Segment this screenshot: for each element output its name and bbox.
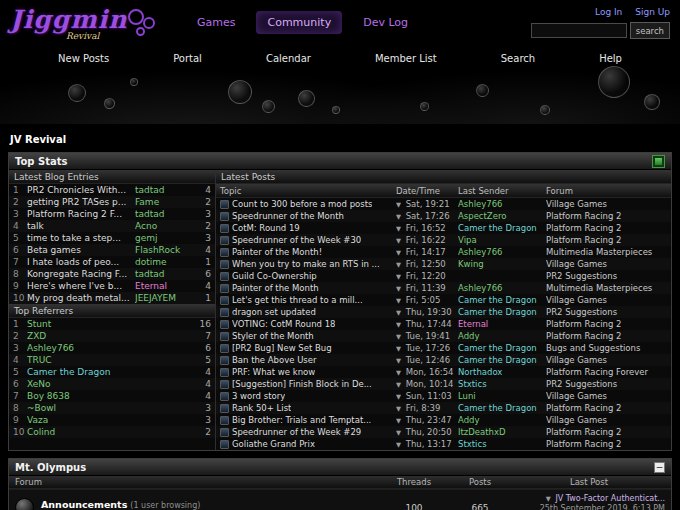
referrer-link[interactable]: Ashley766 [27,343,195,353]
last-post-arrow-icon[interactable]: ▼ [396,213,401,221]
last-post-arrow-icon[interactable]: ▼ [396,297,401,305]
nav-item-dev-log[interactable]: Dev Log [352,11,419,34]
referrer-link[interactable]: XeNo [27,379,195,389]
post-forum-link[interactable]: Platform Racing 2 [546,211,667,221]
blog-entry-link[interactable]: time to take a step... [27,233,135,243]
post-topic-link[interactable]: Speedrunner of the Week #29 [232,427,361,437]
last-post-arrow-icon[interactable]: ▼ [396,285,401,293]
last-post-arrow-icon[interactable]: ▼ [396,261,401,269]
post-sender-link[interactable]: Vipa [458,235,546,245]
blog-author-link[interactable]: tadtad [135,209,195,219]
post-sender-link[interactable]: Camer the Dragon [458,223,546,233]
post-topic-link[interactable]: [PR2 Bug] New Set Bug [232,343,332,353]
last-post-arrow-icon[interactable]: ▼ [396,381,401,389]
search-input[interactable] [531,23,627,38]
post-topic-link[interactable]: Count to 300 before a mod posts [232,199,372,209]
breadcrumb-link[interactable]: JV Revival [10,134,66,145]
blog-author-link[interactable]: tadtad [135,185,195,195]
stats-grid-icon[interactable] [652,155,665,168]
referrer-link[interactable]: ZXD [27,331,195,341]
last-post-arrow-icon[interactable]: ▼ [396,237,401,245]
post-topic-link[interactable]: Painter of the Month! [232,247,322,257]
subnav-item-portal[interactable]: Portal [173,53,202,64]
last-post-arrow-icon[interactable]: ▼ [396,345,401,353]
blog-entry-link[interactable]: Beta games [27,245,135,255]
last-post-arrow-icon[interactable]: ▼ [396,369,401,377]
nav-item-community[interactable]: Community [256,11,342,34]
post-forum-link[interactable]: Village Games [546,259,667,269]
post-forum-link[interactable]: Village Games [546,355,667,365]
post-forum-link[interactable]: Platform Racing 2 [546,427,667,437]
post-forum-link[interactable]: Platform Racing Forever [546,367,667,377]
post-sender-link[interactable]: Camer the Dragon [458,307,546,317]
post-sender-link[interactable]: Ashley766 [458,247,546,257]
last-post-arrow-icon[interactable]: ▼ [396,429,401,437]
post-topic-link[interactable]: Rank 50+ List [232,403,291,413]
post-forum-link[interactable]: Village Games [546,415,667,425]
blog-entry-link[interactable]: Kongregate Racing F... [27,269,135,279]
search-button[interactable]: search [630,22,670,39]
last-post-arrow-icon[interactable]: ▼ [396,309,401,317]
post-sender-link[interactable]: Luni [458,391,546,401]
last-post-arrow-icon[interactable]: ▼ [396,225,401,233]
blog-entry-link[interactable]: getting PR2 TASes p... [27,197,135,207]
last-post-arrow-icon[interactable]: ▼ [396,249,401,257]
post-topic-link[interactable]: Guild Co-Ownership [232,271,317,281]
post-sender-link[interactable]: Addy [458,331,546,341]
forum-link[interactable]: Announcements [41,499,127,510]
post-topic-link[interactable]: Goliathe Grand Prix [232,439,315,449]
post-forum-link[interactable]: Bugs and Suggestions [546,343,667,353]
last-post-arrow-icon[interactable]: ▼ [396,417,401,425]
last-post-arrow-icon[interactable]: ▼ [396,357,401,365]
post-forum-link[interactable]: Village Games [546,199,667,209]
signup-link[interactable]: Sign Up [635,7,670,17]
last-post-arrow-icon[interactable]: ▼ [396,405,401,413]
blog-entry-link[interactable]: My prog death metal... [27,293,135,303]
post-sender-link[interactable]: Ashley766 [458,283,546,293]
post-topic-link[interactable]: When you try to make an RTS in ... [232,259,380,269]
post-forum-link[interactable]: Platform Racing 2 [546,319,667,329]
referrer-link[interactable]: ~Bowl [27,403,195,413]
referrer-link[interactable]: Boy 8638 [27,391,195,401]
post-topic-link[interactable]: Ban the Above User [232,355,317,365]
collapse-button[interactable]: − [654,462,665,473]
last-post-arrow-icon[interactable]: ▼ [396,393,401,401]
post-topic-link[interactable]: Big Brother: Trials and Temptat... [232,415,371,425]
blog-author-link[interactable]: Fame [135,197,195,207]
blog-author-link[interactable]: tadtad [135,269,195,279]
post-sender-link[interactable]: Camer the Dragon [458,355,546,365]
subnav-item-calendar[interactable]: Calendar [266,53,311,64]
post-sender-link[interactable]: Stxtics [458,439,546,449]
subnav-item-help[interactable]: Help [599,53,622,64]
post-topic-link[interactable]: Let's get this thread to a mill... [232,295,363,305]
post-topic-link[interactable]: 3 word story [232,391,285,401]
post-forum-link[interactable]: Platform Racing 2 [546,223,667,233]
blog-author-link[interactable]: JEEJAYEM [135,293,195,303]
last-post-arrow-icon[interactable]: ▼ [396,441,401,449]
blog-author-link[interactable]: FlashRock [135,245,195,255]
referrer-link[interactable]: Stunt [27,319,195,329]
referrer-link[interactable]: TRUC [27,355,195,365]
post-sender-link[interactable]: Stxtics [458,379,546,389]
blog-author-link[interactable]: dotime [135,257,195,267]
post-sender-link[interactable]: Addy [458,415,546,425]
post-topic-link[interactable]: Styler of the Month [232,331,314,341]
post-forum-link[interactable]: Village Games [546,295,667,305]
last-post-arrow-icon[interactable]: ▼ [396,273,401,281]
post-sender-link[interactable]: Camer the Dragon [458,295,546,305]
blog-entry-link[interactable]: I hate loads of peo... [27,257,135,267]
subnav-item-new-posts[interactable]: New Posts [58,53,109,64]
login-link[interactable]: Log In [595,7,622,17]
post-forum-link[interactable]: Platform Racing 2 [546,403,667,413]
post-forum-link[interactable]: Multimedia Masterpieces [546,283,667,293]
blog-entry-link[interactable]: talk [27,221,135,231]
post-forum-link[interactable]: Platform Racing 2 [546,331,667,341]
blog-author-link[interactable]: gemj [135,233,195,243]
post-forum-link[interactable]: Platform Racing 2 [546,235,667,245]
post-sender-link[interactable]: ItzDeathxD [458,427,546,437]
last-post-arrow-icon[interactable]: ▼ [396,201,401,209]
post-sender-link[interactable]: Northadox [458,367,546,377]
post-forum-link[interactable]: PR2 Suggestions [546,307,667,317]
nav-item-games[interactable]: Games [186,11,246,34]
last-post-arrow-icon[interactable]: ▼ [546,495,551,503]
